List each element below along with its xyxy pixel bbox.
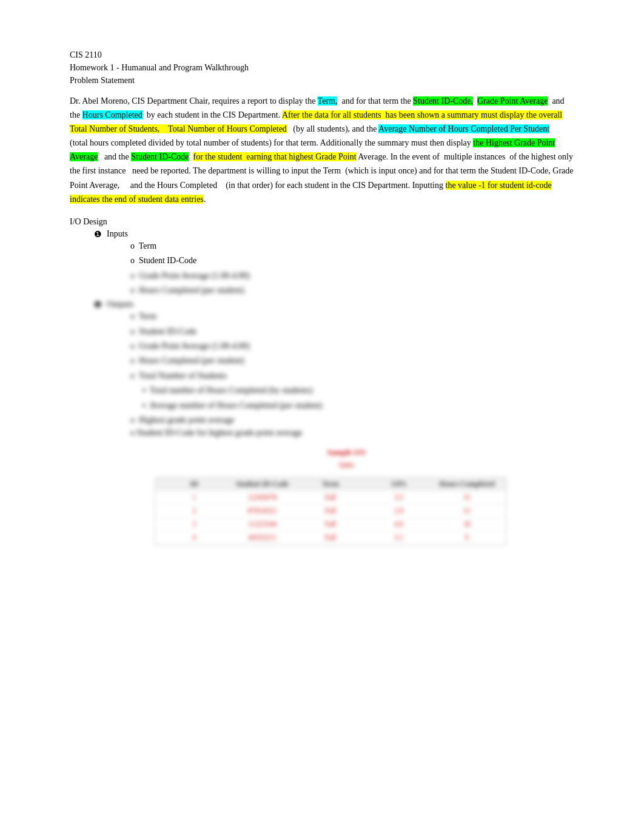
cell: 18: [433, 520, 501, 529]
cell: 12345678: [228, 493, 296, 502]
student-id-highlight: Student ID-Code,: [413, 96, 473, 106]
col-id: ID: [160, 480, 228, 489]
student-id-highest-container: o Student ID-Code for highest grade poin…: [94, 428, 574, 438]
inputs-container: ❶ Inputs Term Student ID-Code Grade Poin…: [70, 229, 574, 298]
hours-completed-highlight: Hours Completed: [82, 110, 143, 119]
sample-table: ID Student ID-Code Term GPA Hours Comple…: [155, 477, 506, 545]
output-hours: Hours Completed (per student): [130, 354, 574, 367]
bullet-arrow-outputs: ❷: [94, 300, 102, 310]
inputs-label: Inputs: [107, 229, 128, 239]
output-student-id: Student ID-Code: [130, 325, 574, 338]
cell: 4.0: [364, 520, 432, 529]
outputs-label-row: ❷ Outputs: [94, 300, 574, 310]
cell: 87654321: [228, 506, 296, 515]
inputs-label-row: ❶ Inputs: [94, 229, 574, 240]
cell: 44332211: [228, 533, 296, 542]
sample-io-container: Sample I/O Table ID Student ID-Code Term…: [94, 448, 574, 545]
col-term: Term: [297, 480, 364, 489]
table-title: Sample I/O: [118, 448, 574, 457]
cell: Fall: [297, 520, 364, 529]
cell: 11223344: [228, 520, 296, 529]
cell: Fall: [297, 506, 364, 515]
outputs-label: Outputs: [107, 300, 133, 309]
output-term: Term: [130, 310, 574, 323]
bullet-arrow-inputs: ❶: [94, 229, 102, 240]
input-term: Term: [130, 240, 574, 253]
problem-description: Dr. Abel Moreno, CIS Department Chair, r…: [70, 94, 574, 206]
output-total-hours: Total number of Hours Completed (by stud…: [143, 384, 574, 397]
cell: Fall: [297, 533, 364, 542]
io-design-title: I/O Design: [70, 217, 574, 227]
col-student-id: Student ID-Code: [228, 480, 296, 489]
problem-paragraph: Dr. Abel Moreno, CIS Department Chair, r…: [70, 94, 574, 206]
table-row: 3 11223344 Fall 4.0 18: [155, 518, 506, 531]
student-id-highest-label: o Student ID-Code for highest grade poin…: [130, 428, 302, 437]
col-hours: Hours Completed: [433, 480, 501, 489]
cell: 4: [160, 533, 228, 542]
input-gpa: Grade Point Average (1.00-4.00): [130, 269, 574, 283]
cell: 3.1: [364, 533, 432, 542]
outputs-container: ❷ Outputs Term Student ID-Code Grade Poi…: [70, 300, 574, 545]
course-code: CIS 2110: [70, 49, 574, 61]
sentinel-highlight: the value -1 for student id-code indicat…: [70, 181, 552, 204]
output-total-students: Total Number of Students: [130, 369, 574, 383]
cell: 3.5: [364, 493, 432, 502]
input-hours: Hours Completed (per student): [130, 284, 574, 297]
table-subtitle: Table: [118, 461, 574, 470]
page-container: CIS 2110 Homework 1 - Humanual and Progr…: [0, 0, 644, 594]
cell: 15: [433, 493, 501, 502]
io-design-section: I/O Design ❶ Inputs Term Student ID-Code…: [70, 217, 574, 546]
input-student-id: Student ID-Code: [130, 254, 574, 267]
output-avg-hours: Average number of Hours Completed (per s…: [143, 399, 574, 412]
homework-title: Homework 1 - Humanual and Program Walkth…: [70, 61, 574, 74]
cell: Fall: [297, 493, 364, 502]
cell: 2: [160, 506, 228, 515]
table-row: 4 44332211 Fall 3.1 9: [155, 531, 506, 545]
problem-statement-label: Problem Statement: [70, 74, 574, 87]
outputs-list: Term Student ID-Code Grade Point Average…: [94, 310, 574, 427]
col-gpa: GPA: [364, 480, 432, 489]
term-highlight: Term,: [318, 96, 338, 106]
student-id-gpa-highlight: Student ID-Code: [131, 152, 189, 161]
header-section: CIS 2110 Homework 1 - Humanual and Progr…: [70, 49, 574, 87]
output-gpa: Grade Point Average (1.00-4.00): [130, 340, 574, 353]
table-header-row: ID Student ID-Code Term GPA Hours Comple…: [155, 478, 506, 491]
gpa-highlight: Grade Point Average: [477, 96, 548, 106]
output-sub-list: Total number of Hours Completed (by stud…: [130, 384, 574, 412]
output-highest-gpa: Highest grade point average: [130, 414, 574, 427]
avg-hours-highlight: Average Number of Hours Completed Per St…: [378, 124, 549, 133]
table-row: 2 87654321 Fall 2.8 12: [155, 505, 506, 518]
earning-highlight: for the student earning that highest Gra…: [193, 152, 356, 161]
cell: 9: [433, 533, 501, 542]
inputs-list: Term Student ID-Code Grade Point Average…: [94, 240, 574, 298]
cell: 12: [433, 506, 501, 515]
table-row: 1 12345678 Fall 3.5 15: [155, 491, 506, 505]
cell: 1: [160, 493, 228, 502]
cell: 2.8: [364, 506, 432, 515]
cell: 3: [160, 520, 228, 529]
